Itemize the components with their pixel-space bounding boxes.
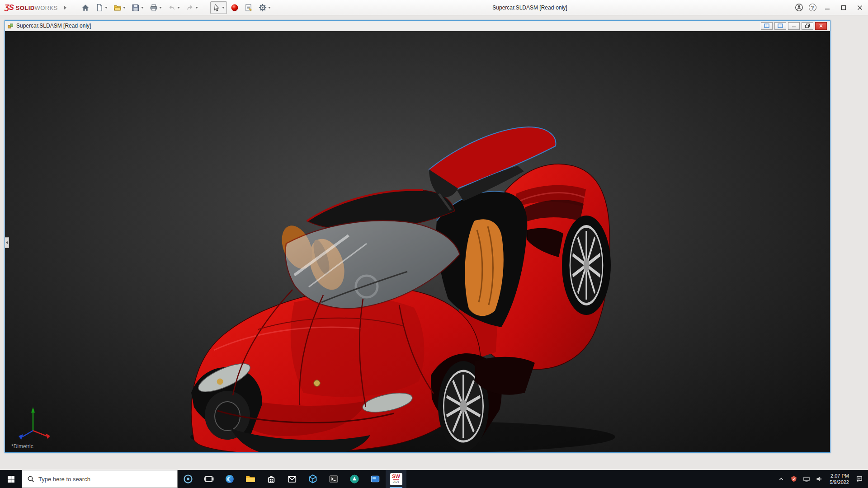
taskbar-clock[interactable]: 2:07 PM 5/9/2022 — [826, 473, 853, 485]
solidworks-logo: ƷS SOLIDWORKS — [0, 3, 61, 12]
minimize-icon — [791, 23, 797, 28]
gear-icon — [259, 4, 267, 12]
open-dropdown-caret[interactable] — [123, 7, 126, 9]
account-button[interactable] — [792, 1, 806, 14]
volume-icon — [816, 475, 823, 483]
home-icon — [81, 4, 90, 12]
pane-left-icon — [764, 23, 769, 28]
new-document-dropdown-caret[interactable] — [105, 7, 108, 9]
task-view-button[interactable] — [198, 470, 219, 488]
blue-window-icon — [370, 474, 380, 484]
terminal-app-icon-button[interactable] — [323, 470, 344, 488]
app-minimize-button[interactable] — [819, 0, 835, 15]
open-folder-icon — [113, 4, 122, 12]
redo-icon — [186, 4, 194, 12]
edge-icon — [225, 474, 235, 484]
toolbar-expand-arrow-icon[interactable] — [64, 6, 66, 9]
select-tool-button[interactable] — [210, 1, 227, 14]
help-button[interactable]: ? — [806, 1, 819, 14]
file-explorer-icon-button[interactable] — [240, 470, 261, 488]
network-icon — [803, 475, 810, 483]
brand-wordmark: SOLIDWORKS — [16, 4, 58, 12]
new-document-button[interactable] — [93, 1, 110, 14]
teal-app-icon — [349, 474, 359, 484]
app-titlebar-toolbar: ƷS SOLIDWORKS — [0, 0, 868, 15]
teal-app-icon-button[interactable] — [344, 470, 365, 488]
mail-envelope-icon — [287, 474, 297, 484]
property-form-button[interactable] — [242, 1, 255, 14]
redo-dropdown-caret[interactable] — [195, 7, 198, 9]
quick-access-toolbar — [79, 1, 200, 14]
file-explorer-icon — [245, 474, 255, 484]
app-maximize-button[interactable] — [835, 0, 852, 15]
solidworks-application: ƷS SOLIDWORKS — [0, 0, 868, 488]
volume-tray-button[interactable] — [813, 470, 826, 488]
viewport-canvas[interactable] — [5, 31, 830, 452]
3d-cube-icon — [308, 474, 318, 484]
hidden-icons-button[interactable] — [775, 470, 788, 488]
titlebar-right-controls: ? — [792, 0, 868, 15]
save-dropdown-caret[interactable] — [141, 7, 144, 9]
app-title: Supercar.SLDASM [Read-only] — [492, 5, 567, 11]
tile-panes-right-button[interactable] — [774, 22, 786, 30]
document-window: Supercar.SLDASM [Read-only] — [5, 20, 830, 453]
save-button[interactable] — [129, 1, 146, 14]
cortana-icon — [183, 474, 193, 484]
search-input[interactable] — [38, 476, 172, 483]
mail-icon-button[interactable] — [282, 470, 302, 488]
tile-panes-left-button[interactable] — [761, 22, 773, 30]
document-restore-button[interactable] — [802, 22, 813, 30]
redo-button[interactable] — [184, 1, 200, 14]
blue-window-app-icon-button[interactable] — [365, 470, 386, 488]
save-icon — [132, 4, 140, 12]
options-button[interactable] — [256, 1, 273, 14]
select-dropdown-caret[interactable] — [222, 7, 225, 9]
clock-time: 2:07 PM — [830, 473, 849, 479]
new-document-icon — [95, 4, 104, 12]
store-bag-icon — [266, 474, 276, 484]
start-button[interactable] — [0, 470, 22, 488]
windows-taskbar: SW 2021 — [0, 470, 868, 488]
reference-triad — [14, 403, 52, 441]
print-button[interactable] — [147, 1, 164, 14]
document-close-button[interactable] — [815, 22, 827, 30]
clock-date: 5/9/2022 — [830, 479, 849, 485]
minimize-icon — [825, 5, 830, 10]
taskbar-search[interactable] — [22, 470, 178, 488]
windows-logo-icon — [7, 475, 15, 483]
tool-toolbar — [210, 1, 273, 14]
app-close-button[interactable] — [852, 0, 868, 15]
3dexperience-button[interactable] — [228, 1, 241, 14]
edge-browser-icon-button[interactable] — [219, 470, 240, 488]
panel-collapse-button[interactable] — [5, 237, 9, 248]
action-center-icon — [856, 475, 863, 483]
document-titlebar[interactable]: Supercar.SLDASM [Read-only] — [5, 21, 830, 31]
undo-dropdown-caret[interactable] — [177, 7, 180, 9]
system-tray: 2:07 PM 5/9/2022 — [775, 470, 868, 488]
cortana-button[interactable] — [178, 470, 198, 488]
orientation-label: *Dimetric — [11, 443, 33, 450]
action-center-button[interactable] — [853, 470, 866, 488]
print-icon — [150, 4, 158, 12]
document-minimize-button[interactable] — [788, 22, 800, 30]
options-dropdown-caret[interactable] — [268, 7, 271, 9]
task-view-icon — [204, 474, 214, 484]
select-cursor-icon — [212, 4, 221, 12]
chevron-up-icon — [778, 475, 785, 483]
print-dropdown-caret[interactable] — [159, 7, 162, 9]
undo-button[interactable] — [165, 1, 182, 14]
security-tray-button[interactable] — [788, 470, 800, 488]
solidworks-taskbar-icon-button[interactable]: SW 2021 — [386, 470, 406, 488]
open-button[interactable] — [111, 1, 128, 14]
assembly-document-icon — [7, 23, 14, 29]
close-icon — [818, 23, 824, 28]
graphics-viewport[interactable]: *Dimetric — [5, 31, 830, 452]
chevron-left-icon — [6, 241, 8, 244]
terminal-icon — [329, 474, 339, 484]
microsoft-store-icon-button[interactable] — [261, 470, 282, 488]
home-button[interactable] — [79, 1, 92, 14]
network-tray-button[interactable] — [800, 470, 813, 488]
cube-app-icon-button[interactable] — [302, 470, 323, 488]
document-window-controls — [761, 22, 828, 30]
red-sphere-icon — [231, 4, 239, 12]
